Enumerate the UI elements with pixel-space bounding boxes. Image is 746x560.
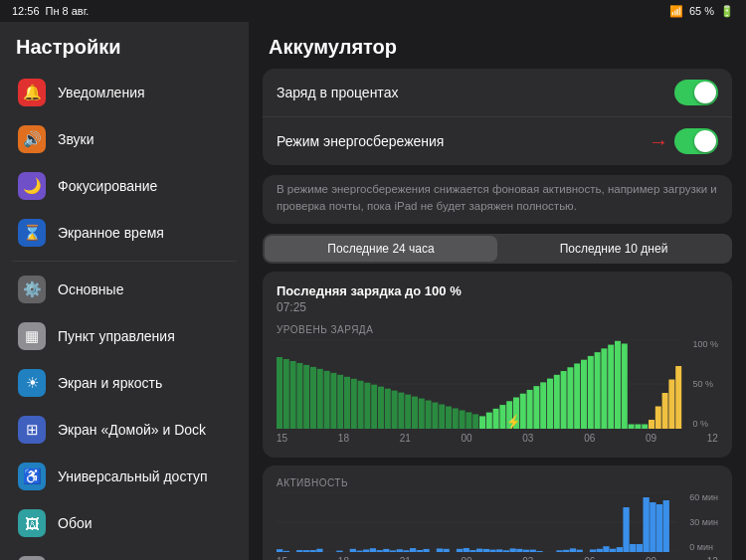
sidebar-item-display[interactable]: ☀Экран и яркость bbox=[6, 360, 243, 406]
sidebar-label-wallpaper: Обои bbox=[58, 515, 93, 531]
svg-rect-40 bbox=[527, 390, 533, 429]
svg-rect-60 bbox=[662, 393, 668, 429]
sidebar-items-container: 🔔Уведомления🔊Звуки🌙Фокусирование⌛Экранно… bbox=[0, 69, 249, 560]
sidebar-item-notifications[interactable]: 🔔Уведомления bbox=[6, 70, 243, 115]
svg-rect-109 bbox=[617, 547, 623, 552]
svg-rect-47 bbox=[574, 364, 580, 430]
sidebar-item-focus[interactable]: 🌙Фокусирование bbox=[6, 163, 243, 209]
activity-x-label: 09 bbox=[646, 556, 656, 560]
svg-rect-8 bbox=[310, 367, 316, 429]
svg-rect-14 bbox=[351, 379, 357, 429]
svg-rect-71 bbox=[310, 550, 316, 552]
svg-rect-78 bbox=[377, 550, 383, 552]
svg-rect-24 bbox=[419, 399, 425, 429]
sidebar-item-accessibility[interactable]: ♿Универсальный доступ bbox=[6, 454, 243, 499]
svg-rect-4 bbox=[283, 359, 289, 429]
sidebar-icon-accessibility: ♿ bbox=[18, 463, 46, 490]
activity-x-label: 18 bbox=[338, 556, 349, 560]
svg-rect-35 bbox=[493, 409, 499, 429]
svg-rect-93 bbox=[489, 550, 495, 552]
activity-label: АКТИВНОСТЬ bbox=[277, 477, 718, 488]
svg-rect-13 bbox=[344, 377, 350, 429]
sidebar-item-general[interactable]: ⚙️Основные bbox=[6, 267, 243, 312]
svg-rect-69 bbox=[296, 550, 302, 552]
tab-10d[interactable]: Последние 10 дней bbox=[497, 236, 730, 262]
svg-rect-99 bbox=[530, 550, 536, 552]
tab-24h[interactable]: Последние 24 часа bbox=[265, 236, 497, 262]
svg-rect-84 bbox=[417, 550, 423, 552]
svg-rect-94 bbox=[496, 550, 502, 553]
svg-rect-114 bbox=[650, 502, 655, 552]
sidebar-item-wallpaper[interactable]: 🖼Обои bbox=[6, 500, 243, 546]
svg-rect-104 bbox=[577, 550, 583, 552]
svg-rect-100 bbox=[536, 551, 542, 552]
svg-rect-41 bbox=[533, 387, 539, 430]
activity-x-label: 21 bbox=[400, 556, 411, 560]
svg-rect-83 bbox=[410, 548, 416, 552]
y-label-50: 50 % bbox=[692, 379, 718, 389]
activity-x-labels: 1518210003060912 bbox=[277, 556, 718, 560]
power-save-toggle[interactable] bbox=[674, 128, 718, 154]
power-save-row: Режим энергосбережения → bbox=[263, 117, 732, 165]
svg-rect-10 bbox=[324, 371, 330, 429]
battery-x-label: 18 bbox=[338, 433, 349, 444]
svg-rect-15 bbox=[358, 381, 364, 429]
svg-rect-59 bbox=[655, 407, 661, 430]
svg-rect-86 bbox=[437, 549, 443, 553]
y-label-0: 0 % bbox=[692, 419, 718, 429]
svg-rect-50 bbox=[595, 352, 601, 429]
sidebar-item-screen-time-2[interactable]: ⌛Экранное время bbox=[6, 210, 243, 256]
svg-rect-113 bbox=[644, 497, 650, 552]
activity-x-label: 12 bbox=[707, 556, 718, 560]
activity-x-label: 06 bbox=[584, 556, 595, 560]
battery-chart-wrapper: 100 % 50 % 0 % ⚡ bbox=[277, 339, 718, 429]
svg-rect-31 bbox=[466, 413, 471, 430]
sidebar-item-sounds[interactable]: 🔊Звуки bbox=[6, 116, 243, 162]
charge-level-label: УРОВЕНЬ ЗАРЯДА bbox=[277, 324, 718, 335]
svg-rect-19 bbox=[385, 389, 391, 429]
svg-rect-74 bbox=[350, 549, 356, 552]
svg-rect-102 bbox=[563, 550, 569, 552]
svg-rect-103 bbox=[570, 549, 576, 553]
svg-rect-51 bbox=[601, 349, 607, 430]
svg-rect-39 bbox=[520, 394, 526, 429]
svg-rect-90 bbox=[469, 550, 475, 552]
svg-rect-77 bbox=[370, 549, 376, 553]
percent-toggle-row: Заряд в процентах bbox=[263, 69, 732, 117]
svg-rect-85 bbox=[423, 549, 429, 552]
svg-rect-107 bbox=[603, 547, 609, 553]
sidebar-item-control-center[interactable]: ▦Пункт управления bbox=[6, 313, 243, 359]
last-charge-title: Последняя зарядка до 100 % bbox=[277, 283, 718, 298]
activity-chart-svg bbox=[277, 492, 676, 552]
svg-rect-52 bbox=[608, 345, 614, 429]
svg-rect-28 bbox=[446, 407, 452, 430]
wifi-icon: 📶 bbox=[669, 5, 683, 18]
percent-toggle[interactable] bbox=[674, 80, 718, 105]
power-save-description: В режиме энергосбережения снижается фоно… bbox=[263, 175, 732, 224]
sidebar-item-home[interactable]: ⊞Экран «Домой» и Dock bbox=[6, 407, 243, 453]
activity-x-label: 03 bbox=[522, 556, 533, 560]
svg-rect-30 bbox=[460, 411, 466, 430]
svg-rect-44 bbox=[554, 375, 560, 429]
act-y-label-0: 0 мин bbox=[689, 542, 718, 552]
sidebar-label-home: Экран «Домой» и Dock bbox=[58, 422, 206, 438]
svg-rect-92 bbox=[483, 549, 489, 552]
sidebar-label-notifications: Уведомления bbox=[58, 85, 145, 100]
svg-rect-45 bbox=[561, 371, 567, 429]
svg-rect-9 bbox=[317, 369, 323, 429]
battery-x-label: 03 bbox=[522, 433, 533, 444]
sidebar-icon-wallpaper: 🖼 bbox=[18, 509, 46, 537]
svg-rect-33 bbox=[479, 417, 485, 430]
act-y-label-30: 30 мин bbox=[689, 517, 718, 527]
status-bar: 12:56 Пн 8 авг. 📶 65 % 🔋 bbox=[0, 0, 746, 22]
battery-x-label: 09 bbox=[646, 433, 656, 444]
svg-rect-54 bbox=[622, 344, 628, 430]
sidebar-item-siri[interactable]: 🎙Siri и Поиск bbox=[6, 547, 243, 560]
svg-rect-62 bbox=[675, 366, 681, 429]
svg-rect-76 bbox=[363, 550, 369, 553]
svg-rect-72 bbox=[316, 549, 322, 552]
svg-text:⚡: ⚡ bbox=[506, 414, 520, 429]
content-area: Аккумулятор Заряд в процентах Режим энер… bbox=[249, 22, 746, 560]
svg-rect-110 bbox=[623, 507, 629, 552]
svg-rect-20 bbox=[392, 391, 398, 429]
